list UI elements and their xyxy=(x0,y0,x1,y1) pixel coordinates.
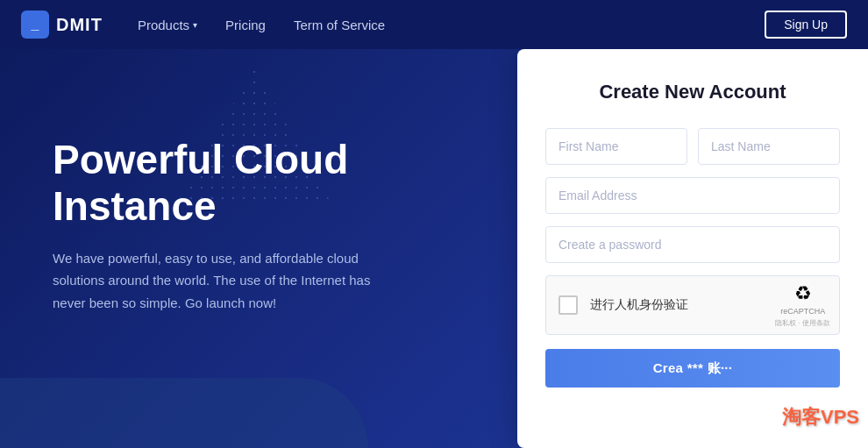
email-group xyxy=(545,177,840,214)
password-input[interactable] xyxy=(545,226,840,263)
create-account-button[interactable]: Crea *** 账··· xyxy=(545,349,840,388)
brand-icon: _ xyxy=(21,11,49,39)
password-group xyxy=(545,226,840,263)
last-name-input[interactable] xyxy=(698,128,840,165)
hero-title: Powerful Cloud Instance xyxy=(53,137,509,230)
bottom-curve-decoration xyxy=(0,378,368,448)
chevron-down-icon: ▾ xyxy=(193,20,197,30)
brand[interactable]: _ DMIT xyxy=(21,11,103,39)
nav-item-products[interactable]: Products ▾ xyxy=(138,18,197,32)
hero-left: Powerful Cloud Instance We have powerful… xyxy=(53,84,509,314)
navbar: _ DMIT Products ▾ Pricing Term of Servic… xyxy=(0,0,868,49)
signup-form-card: Create New Account 进行人机身份验证 ♻ reCAPTCHA … xyxy=(517,49,868,448)
recaptcha-checkbox[interactable] xyxy=(559,295,578,315)
recaptcha-widget[interactable]: 进行人机身份验证 ♻ reCAPTCHA 隐私权 · 使用条款 xyxy=(545,275,840,335)
navbar-signup: Sign Up xyxy=(765,11,847,39)
email-input[interactable] xyxy=(545,177,840,214)
recaptcha-label: 进行人机身份验证 xyxy=(590,297,688,313)
name-row xyxy=(545,128,840,165)
form-title: Create New Account xyxy=(545,81,840,103)
nav-item-pricing[interactable]: Pricing xyxy=(225,18,266,32)
recaptcha-badge-text: reCAPTCHA xyxy=(780,307,825,316)
brand-name: DMIT xyxy=(56,15,103,35)
recaptcha-policy-text: 隐私权 · 使用条款 xyxy=(775,318,830,328)
first-name-input[interactable] xyxy=(545,128,687,165)
hero-description: We have powerful, easy to use, and affor… xyxy=(53,247,395,315)
recaptcha-icon: ♻ xyxy=(794,282,812,305)
signup-button[interactable]: Sign Up xyxy=(765,11,847,39)
hero-section: Powerful Cloud Instance We have powerful… xyxy=(0,49,868,448)
nav-links: Products ▾ Pricing Term of Service xyxy=(138,18,765,32)
nav-item-tos[interactable]: Term of Service xyxy=(294,18,385,32)
recaptcha-logo: ♻ reCAPTCHA 隐私权 · 使用条款 xyxy=(775,282,830,328)
